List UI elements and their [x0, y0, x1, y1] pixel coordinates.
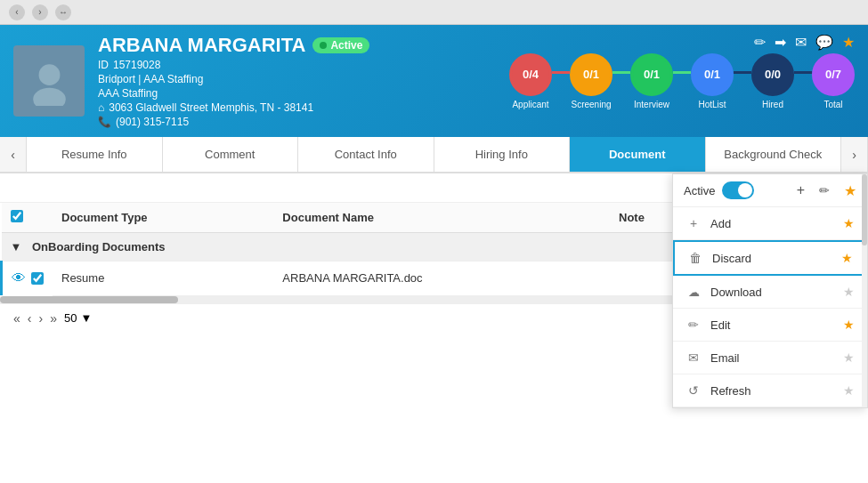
candidate-address: ⌂ 3063 Gladwell Street Memphis, TN - 381…: [98, 101, 470, 114]
star-icon[interactable]: ★: [842, 34, 855, 51]
pipeline-screening[interactable]: 0/1 Screening: [570, 53, 612, 109]
nav-forward[interactable]: ›: [32, 4, 48, 20]
add-item-icon: +: [685, 216, 702, 230]
message-icon[interactable]: 💬: [815, 34, 833, 51]
bubble-hotlist-label: HotList: [698, 100, 726, 109]
id-value: 15719028: [113, 59, 160, 71]
section-collapse-icon[interactable]: ▼: [11, 240, 22, 254]
candidate-phone: 📞 (901) 315-7115: [98, 116, 470, 128]
bubble-applicant: 0/4: [509, 53, 552, 96]
candidate-division: AAA Staffing: [98, 87, 470, 100]
bubble-interview-label: Interview: [634, 100, 669, 109]
pipeline-applicant[interactable]: 0/4 Applicant: [509, 53, 552, 109]
phone-text: (901) 315-7115: [116, 116, 189, 128]
name-text: ARBANA MARGARITA: [98, 34, 305, 57]
division-text: AAA Staffing: [98, 87, 158, 100]
scrollbar-thumb: [862, 174, 867, 246]
top-icons: ✏ ➡ ✉ 💬 ★: [754, 34, 855, 51]
pipeline-total[interactable]: 0/7 Total: [812, 53, 855, 109]
email-star[interactable]: ★: [843, 350, 855, 365]
tab-comment[interactable]: Comment: [163, 137, 299, 172]
status-dot: [320, 42, 327, 49]
status-badge: Active: [312, 37, 369, 53]
prev-page-btn[interactable]: ‹: [28, 311, 32, 326]
edit-icon[interactable]: ✏: [754, 34, 766, 51]
doc-type-cell: Resume: [53, 262, 273, 296]
download-label: Download: [710, 286, 834, 299]
add-label: Add: [710, 217, 834, 230]
active-toggle[interactable]: [722, 181, 754, 199]
tab-contact-info[interactable]: Contact Info: [298, 137, 434, 172]
id-label: ID: [98, 59, 109, 71]
discard-star[interactable]: ★: [841, 251, 853, 265]
pipeline: 0/4 Applicant 0/1 Screening 0/1 Intervie…: [509, 53, 855, 109]
candidate-id: ID 15719028: [98, 59, 470, 71]
window-nav: ‹ › ↔: [0, 0, 868, 25]
tab-resume-info[interactable]: Resume Info: [27, 137, 163, 172]
first-page-btn[interactable]: «: [13, 311, 20, 326]
download-star[interactable]: ★: [843, 285, 855, 299]
tab-next-arrow[interactable]: ›: [841, 137, 868, 172]
pipeline-line-2: [612, 71, 630, 74]
discard-item-icon: 🗑: [687, 251, 703, 265]
svg-point-0: [38, 64, 60, 85]
mail-icon[interactable]: ✉: [795, 34, 807, 51]
tab-prev-arrow[interactable]: ‹: [0, 137, 27, 172]
candidate-name: ARBANA MARGARITA Active: [98, 34, 470, 57]
refresh-label: Refresh: [710, 384, 834, 398]
edit-pencil-icon[interactable]: ✏: [819, 183, 830, 197]
pipeline-line-1: [552, 71, 570, 74]
pipeline-hotlist[interactable]: 0/1 HotList: [691, 53, 734, 109]
bubble-hired: 0/0: [751, 53, 794, 96]
edit-star[interactable]: ★: [843, 318, 855, 332]
refresh-star[interactable]: ★: [843, 383, 855, 398]
add-icon[interactable]: +: [797, 182, 805, 198]
email-item-icon: ✉: [685, 350, 702, 365]
bubble-hotlist: 0/1: [691, 53, 734, 96]
pipeline-hired[interactable]: 0/0 Hired: [751, 53, 794, 109]
tab-document[interactable]: Document: [570, 137, 706, 172]
per-page-selector[interactable]: 50 ▼: [64, 311, 92, 325]
dropdown-header: Active + ✏ ★: [673, 174, 867, 207]
status-label: Active: [330, 39, 362, 52]
add-star[interactable]: ★: [843, 216, 855, 230]
eye-button[interactable]: 👁: [12, 270, 26, 286]
nav-expand[interactable]: ↔: [55, 4, 71, 20]
dropdown-edit[interactable]: ✏ Edit ★: [673, 309, 867, 342]
pipeline-interview[interactable]: 0/1 Interview: [630, 53, 673, 109]
nav-back[interactable]: ‹: [9, 4, 25, 20]
pipeline-wrapper: 0/4 Applicant 0/1 Screening 0/1 Intervie…: [483, 53, 856, 109]
avatar: [13, 45, 85, 117]
bubble-hired-label: Hired: [762, 100, 783, 109]
star-fav-icon[interactable]: ★: [844, 182, 856, 199]
tab-hiring-info[interactable]: Hiring Info: [434, 137, 571, 172]
active-label: Active: [684, 184, 715, 197]
dropdown-add[interactable]: + Add ★: [673, 207, 867, 240]
per-page-value: 50: [64, 311, 77, 325]
pipeline-line-5: [794, 71, 812, 74]
svg-point-1: [33, 87, 66, 105]
forward-icon[interactable]: ➡: [775, 34, 786, 51]
dropdown-email[interactable]: ✉ Email ★: [673, 342, 867, 374]
tab-background-check[interactable]: Background Check: [706, 137, 842, 172]
refresh-item-icon: ↺: [685, 383, 702, 398]
all-checkbox[interactable]: [11, 210, 23, 222]
dropdown-refresh[interactable]: ↺ Refresh ★: [673, 374, 867, 407]
dropdown-discard[interactable]: 🗑 Discard ★: [673, 240, 867, 276]
dropdown-download[interactable]: ☁ Download ★: [673, 276, 867, 309]
next-page-btn[interactable]: ›: [38, 311, 43, 326]
bubble-screening-label: Screening: [571, 100, 611, 109]
last-page-btn[interactable]: »: [50, 311, 57, 326]
bubble-total: 0/7: [812, 53, 855, 96]
pipeline-line-4: [734, 71, 751, 74]
candidate-header: ARBANA MARGARITA Active ID 15719028 Brid…: [0, 25, 868, 137]
dropdown-panel: Active + ✏ ★ + Add ★ 🗑 Discard ★ ☁ Downl…: [672, 173, 868, 408]
candidate-company: Bridport | AAA Staffing: [98, 73, 470, 85]
panel-scrollbar[interactable]: [862, 174, 867, 407]
discard-label: Discard: [712, 252, 832, 265]
per-page-arrow: ▼: [80, 311, 92, 325]
row-checkbox[interactable]: [31, 272, 44, 285]
edit-label: Edit: [710, 318, 834, 332]
download-item-icon: ☁: [685, 286, 702, 299]
address-text: 3063 Gladwell Street Memphis, TN - 38141: [109, 101, 313, 114]
